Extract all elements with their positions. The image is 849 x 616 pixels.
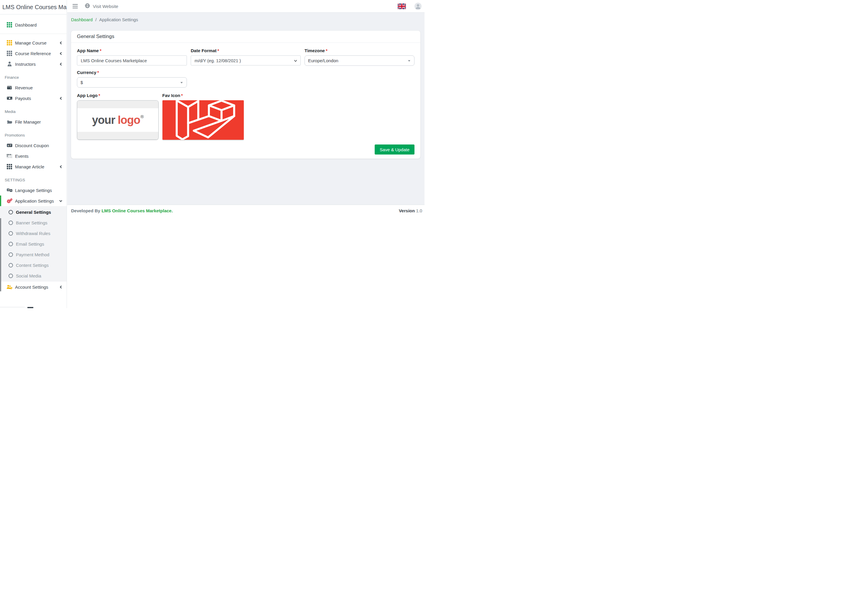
sidebar-item-label: Payouts [15, 96, 31, 101]
sidebar-section-media: Media [0, 103, 67, 116]
chevron-left-icon [59, 41, 63, 45]
svg-text:A: A [7, 189, 9, 191]
fav-icon-label: Fav Icon* [162, 93, 244, 98]
fav-icon-preview[interactable] [162, 100, 244, 140]
folder-open-icon [6, 119, 12, 124]
user-avatar[interactable] [414, 3, 422, 10]
app-name-input[interactable] [77, 55, 187, 66]
grid-icon [6, 22, 12, 27]
sidebar-item-manage-course[interactable]: Manage Course [0, 37, 67, 48]
currency-select[interactable]: $ [77, 77, 187, 88]
sidebar-item-file-manager[interactable]: File Manager [0, 116, 67, 127]
sidebar-item-account-settings[interactable]: Account Settings [0, 282, 67, 292]
timezone-label: Timezone* [304, 48, 414, 53]
submenu-item-content-settings[interactable]: Content Settings [0, 260, 67, 270]
required-asterisk: * [100, 48, 101, 53]
select-chevron-icon [294, 58, 297, 63]
circle-icon [9, 242, 13, 246]
sidebar-item-application-settings[interactable]: Application Settings [0, 195, 67, 206]
chevron-left-icon [59, 97, 63, 100]
gears-icon [6, 198, 12, 203]
date-format-label: Date Format* [191, 48, 301, 53]
sidebar-item-label: Language Settings [15, 188, 52, 193]
sidebar-item-language-settings[interactable]: A Language Settings [0, 185, 67, 195]
sidebar-divider [0, 34, 67, 34]
required-asterisk: * [326, 48, 328, 53]
sidebar: LMS Online Courses Marketplace Dashboard [0, 0, 67, 308]
circle-icon [9, 274, 13, 278]
application-settings-submenu: General Settings Banner Settings Withdra… [0, 206, 67, 282]
sidebar-item-course-reference[interactable]: Course Reference [0, 48, 67, 59]
submenu-item-label: Payment Method [16, 252, 49, 257]
grid-icon [6, 164, 12, 169]
required-asterisk: * [217, 48, 219, 53]
user-tie-icon [6, 61, 12, 67]
submenu-item-banner-settings[interactable]: Banner Settings [0, 217, 67, 228]
timezone-select[interactable]: Europe/London [304, 55, 414, 66]
sidebar-item-label: Course Reference [15, 51, 51, 56]
wallet-icon [6, 85, 12, 90]
fav-icon-field-group: Fav Icon* [162, 93, 244, 140]
submenu-item-withdrawal-rules[interactable]: Withdrawal Rules [0, 228, 67, 239]
circle-icon [9, 221, 13, 225]
submenu-item-email-settings[interactable]: Email Settings [0, 239, 67, 249]
submenu-item-label: Content Settings [16, 263, 49, 268]
submenu-item-label: General Settings [16, 210, 51, 215]
circle-icon [9, 252, 13, 257]
app-logo-preview[interactable]: yourlogo® [77, 100, 159, 140]
sidebar-item-payouts[interactable]: Payouts [0, 93, 67, 103]
sidebar-item-events[interactable]: Events [0, 151, 67, 161]
top-navbar: Visit Website [67, 0, 424, 13]
circle-icon [9, 210, 13, 214]
form-actions: Save & Update [77, 145, 414, 155]
sidebar-item-label: Manage Course [15, 40, 46, 45]
sidebar-scrollbar[interactable] [0, 218, 1, 291]
breadcrumb-dashboard-link[interactable]: Dashboard [71, 17, 92, 22]
sidebar-section-settings: SETTINGS [0, 172, 67, 185]
logo-placeholder-strip [77, 101, 158, 108]
date-format-field-group: Date Format* m/d/Y (eg. 12/08/2021 ) [191, 48, 301, 66]
svg-text:$: $ [7, 144, 9, 147]
sidebar-nav: Dashboard Manage Course [0, 15, 67, 292]
sidebar-item-label: Dashboard [15, 22, 37, 27]
developer-link[interactable]: LMS Online Courses Marketplace. [101, 208, 173, 213]
breadcrumb: Dashboard / Application Settings [71, 16, 420, 22]
chevron-left-icon [59, 52, 63, 55]
chevron-left-icon [59, 63, 63, 66]
form-row-1: App Name* Date Format* m/d/Y (eg. 12/08/… [77, 48, 414, 66]
sidebar-item-label: Application Settings [15, 198, 54, 203]
sidebar-item-instructors[interactable]: Instructors [0, 59, 67, 69]
required-asterisk: * [98, 93, 100, 98]
braille-dots-icon [6, 154, 12, 158]
app-name-label: App Name* [77, 48, 187, 53]
visit-website-link[interactable]: Visit Website [85, 3, 118, 10]
laravel-logo-icon [162, 100, 244, 140]
sidebar-item-revenue[interactable]: Revenue [0, 82, 67, 93]
chevron-down-icon [59, 199, 63, 203]
submenu-item-general-settings[interactable]: General Settings [0, 207, 67, 217]
required-asterisk: * [181, 93, 183, 98]
sidebar-item-label: Revenue [15, 85, 33, 90]
dropdown-arrow-icon [408, 60, 410, 62]
footer: Developed By LMS Online Courses Marketpl… [67, 204, 424, 216]
sidebar-item-discount-coupon[interactable]: $ Discount Coupon [0, 140, 67, 151]
sidebar-bottom-divider [0, 307, 25, 307]
timezone-field-group: Timezone* Europe/London [304, 48, 414, 66]
form-row-2: Currency* $ [77, 70, 414, 88]
your-logo-placeholder: yourlogo® [92, 115, 144, 125]
page-bottom-filler [67, 216, 424, 308]
uk-flag-icon[interactable] [398, 3, 406, 9]
general-settings-card: General Settings App Name* Date Format* [71, 31, 420, 159]
sidebar-item-dashboard[interactable]: Dashboard [0, 19, 67, 30]
submenu-item-label: Social Media [16, 273, 41, 278]
submenu-item-social-media[interactable]: Social Media [0, 270, 67, 281]
date-format-select[interactable]: m/d/Y (eg. 12/08/2021 ) [191, 55, 301, 66]
grid-icon [6, 40, 12, 45]
save-update-button[interactable]: Save & Update [375, 145, 414, 155]
submenu-item-payment-method[interactable]: Payment Method [0, 249, 67, 260]
menu-toggle-icon[interactable] [73, 4, 78, 8]
version-value: 1.0 [416, 208, 422, 213]
circle-icon [9, 263, 13, 267]
sidebar-item-label: Manage Article [15, 164, 44, 169]
sidebar-item-manage-article[interactable]: Manage Article [0, 161, 67, 172]
